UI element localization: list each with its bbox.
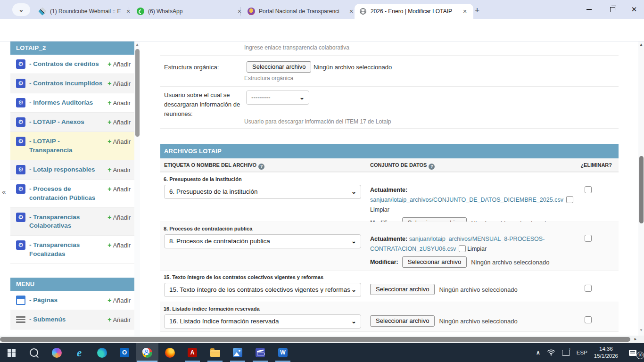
tab-whatsapp[interactable]: (6) WhatsApp ✕ — [132, 4, 248, 19]
add-link[interactable]: +Añadir — [107, 316, 131, 323]
taskbar-word-button[interactable]: W — [272, 343, 294, 362]
eliminar-checkbox[interactable] — [585, 285, 592, 292]
sidebar-item-label[interactable]: - Procesos de contratación Públicas — [29, 185, 104, 203]
add-link[interactable]: +Añadir — [107, 166, 131, 173]
limpiar-checkbox[interactable] — [459, 245, 466, 252]
sidebar-item-transparencias-colaborativas[interactable]: ⚙ - Transparencias Colaborativas +Añadir — [10, 207, 134, 236]
taskbar-internet-explorer-button[interactable]: e — [68, 343, 91, 362]
help-question-icon[interactable]: ? — [258, 164, 264, 170]
taskbar-scanner-button[interactable] — [249, 343, 272, 362]
sidebar-item-lotaip-anexos[interactable]: ⚙ - LOTAIP - Anexos +Añadir — [10, 112, 134, 132]
sidebar-item-label[interactable]: - Contratos incumplidos — [29, 79, 104, 88]
sidebar-item-informes-auditorias[interactable]: ⚙ - Informes Auditorías +Añadir — [10, 93, 134, 112]
usuario-select[interactable]: --------- ⌄ — [246, 90, 309, 105]
sidebar-item-lotaip-responsables[interactable]: ⚙ - Lotaip responsables +Añadir — [10, 160, 134, 179]
add-link[interactable]: +Añadir — [107, 214, 131, 221]
current-file-link[interactable]: CONTRATACION_zUSYU06.csv — [370, 246, 456, 252]
add-link[interactable]: +Añadir — [107, 185, 131, 193]
wifi-icon[interactable] — [544, 343, 559, 362]
taskbar-acrobat-button[interactable]: A — [181, 343, 204, 362]
taskbar-firefox-button[interactable] — [158, 343, 181, 362]
tab-roundcube[interactable]: (1) Roundcube Webmail :: Entra ✕ — [34, 4, 137, 19]
add-link[interactable]: +Añadir — [107, 60, 131, 68]
connect-display-icon[interactable] — [559, 343, 573, 362]
sidebar-item-label[interactable]: - Contratos de créditos — [29, 60, 104, 69]
estructura-file-button[interactable]: Seleccionar archivo — [247, 61, 311, 73]
minimize-button[interactable] — [578, 0, 600, 19]
tab-close-icon[interactable]: ✕ — [347, 8, 355, 15]
add-link[interactable]: +Añadir — [107, 241, 131, 249]
add-link[interactable]: +Añadir — [107, 118, 131, 126]
restore-button[interactable] — [602, 0, 623, 19]
scroll-right-icon[interactable]: ► — [634, 337, 637, 341]
sidebar-item-contratos-creditos[interactable]: ⚙ - Contratos de créditos +Añadir — [10, 55, 134, 74]
taskbar-clock[interactable]: 14:36 15/1/2026 — [591, 343, 621, 362]
tab-close-icon[interactable]: ✕ — [236, 8, 243, 15]
current-file-link[interactable]: sanjuan/lotaip_archivos/CONJUNTO_DE_DATO… — [370, 197, 563, 203]
page-vertical-scrollbar[interactable]: ▲ ▼ — [638, 41, 644, 336]
add-link[interactable]: +Añadir — [107, 80, 131, 87]
close-window-button[interactable]: ✕ — [623, 0, 644, 19]
sidebar-item-contratos-incumplidos[interactable]: ⚙ - Contratos incumplidos +Añadir — [10, 74, 134, 93]
scroll-up-icon[interactable]: ▲ — [134, 42, 140, 47]
sidebar-item-transparencias-focalizadas[interactable]: ⚙ - Transparencias Focalizadas +Añadir — [10, 235, 134, 263]
sidebar-collapse-toggle[interactable]: « — [2, 188, 6, 196]
row-file-button[interactable]: Seleccionar archivo — [370, 315, 435, 327]
scroll-up-icon[interactable]: ▲ — [638, 42, 644, 47]
scroll-down-icon[interactable]: ▼ — [638, 328, 644, 332]
help-question-icon[interactable]: ? — [429, 164, 435, 170]
taskbar-copilot-button[interactable] — [45, 343, 68, 362]
eliminar-checkbox[interactable] — [585, 316, 592, 323]
new-tab-button[interactable]: + — [471, 4, 484, 17]
browser-toolbar: ← → ↻ sanjuan.gob.ec/admin/lotaip_2/lota… — [0, 19, 644, 41]
sidebar-item-label[interactable]: - Transparencias Focalizadas — [29, 241, 104, 259]
tab-lotaip-active[interactable]: 2026 - Enero | Modificar LOTAIP ✕ — [355, 4, 473, 19]
current-file-link[interactable]: sanjuan/lotaip_archivos/MENSUAL_8-PROCES… — [409, 236, 545, 242]
add-link[interactable]: +Añadir — [107, 99, 131, 107]
sidebar-item-label[interactable]: - Submenús — [29, 315, 104, 324]
vertical-scrollbar-thumb[interactable] — [639, 156, 644, 223]
taskbar-file-explorer-button[interactable] — [204, 343, 226, 362]
horizontal-scrollbar-thumb[interactable] — [0, 337, 630, 342]
notification-center-button[interactable]: 10 — [621, 343, 644, 362]
sidebar-item-label[interactable]: - LOTAIP - Transparencia — [29, 137, 104, 155]
taskbar-search-button[interactable] — [23, 343, 45, 362]
row-label: 16. Listado índice formación reservada — [164, 306, 260, 312]
tab-close-icon[interactable]: ✕ — [461, 8, 469, 15]
sidebar-item-lotaip-transparencia[interactable]: ⚙ - LOTAIP - Transparencia +Añadir — [10, 132, 134, 160]
add-link[interactable]: +Añadir — [107, 138, 131, 145]
tab-search-button[interactable]: ⌄ — [12, 3, 30, 16]
tab-portal-transparencia[interactable]: Portal Nacional de Transparenci ✕ — [243, 4, 360, 19]
row-select[interactable]: 15. Texto íntegro de los contratos colec… — [164, 283, 361, 297]
row-select[interactable]: 16. Listado índice formación reservada ⌄ — [164, 314, 361, 329]
sidebar-scrollbar-thumb[interactable] — [135, 49, 140, 137]
row-file-button[interactable]: Seleccionar archivo — [402, 256, 467, 268]
taskbar-outlook-button[interactable]: O — [113, 343, 136, 362]
language-indicator[interactable]: ESP — [573, 343, 591, 362]
sidebar-item-label[interactable]: - Páginas — [29, 296, 104, 305]
taskbar-photos-button[interactable] — [226, 343, 249, 362]
whatsapp-favicon — [137, 8, 144, 15]
add-link[interactable]: +Añadir — [107, 296, 131, 304]
sidebar-item-label[interactable]: - Lotaip responsables — [29, 165, 104, 174]
sidebar-item-label[interactable]: - Transparencias Colaborativas — [29, 213, 104, 231]
start-button[interactable] — [0, 343, 23, 362]
plus-icon: + — [107, 138, 111, 145]
eliminar-checkbox[interactable] — [585, 186, 592, 193]
sidebar-item-label[interactable]: - LOTAIP - Anexos — [29, 118, 104, 127]
sidebar-scrollbar[interactable]: ▲ — [134, 41, 140, 336]
sidebar-item-label[interactable]: - Informes Auditorías — [29, 99, 104, 107]
tray-show-hidden-icons[interactable]: ∧ — [533, 343, 544, 362]
eliminar-checkbox[interactable] — [585, 235, 592, 242]
row-select[interactable]: 8. Procesos de contratación publica ⌄ — [164, 234, 361, 248]
limpiar-checkbox[interactable] — [566, 196, 573, 203]
row-select[interactable]: 6. Presupuesto de la institución ⌄ — [164, 185, 361, 199]
sidebar-item-submenus[interactable]: - Submenús +Añadir — [10, 310, 134, 329]
row-file-button[interactable]: Seleccionar archivo — [370, 284, 435, 295]
sidebar-item-procesos-contratacion[interactable]: ⚙ - Procesos de contratación Públicas +A… — [10, 179, 134, 207]
taskbar-edge-button[interactable] — [91, 343, 113, 362]
taskbar-chrome-button[interactable] — [136, 343, 158, 362]
page-horizontal-scrollbar[interactable]: ► — [0, 336, 644, 343]
sidebar-item-paginas[interactable]: - Páginas +Añadir — [10, 291, 134, 310]
tab-close-icon[interactable]: ✕ — [124, 8, 132, 15]
